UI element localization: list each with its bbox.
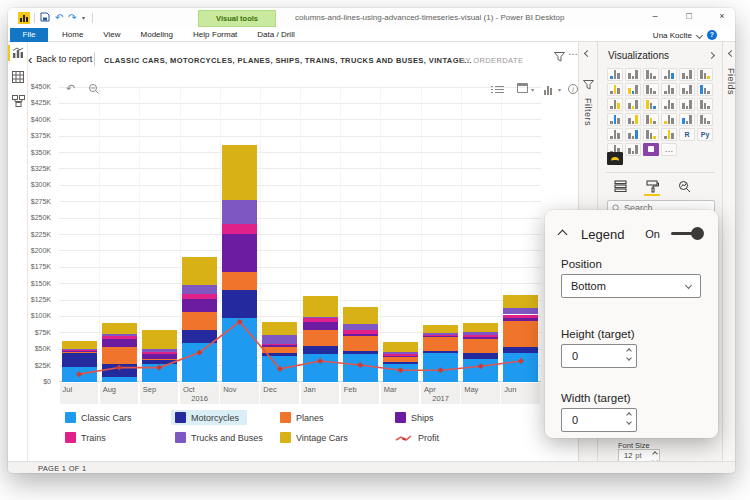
visual-icon-r-script-visual[interactable]: R — [679, 128, 695, 141]
bar-oct-trucks-and-buses[interactable] — [182, 285, 217, 294]
bar-jan-classic-cars[interactable] — [303, 354, 338, 382]
bar-sep-motorcycles[interactable] — [142, 360, 177, 364]
zoom-out-icon[interactable] — [88, 83, 100, 97]
bar-may-trucks-and-buses[interactable] — [463, 332, 498, 335]
bar-feb-classic-cars[interactable] — [343, 354, 378, 382]
user-caret-icon[interactable] — [696, 31, 703, 38]
visual-icon-scatter-chart[interactable] — [643, 98, 659, 111]
bar-jun-classic-cars[interactable] — [503, 353, 538, 383]
legend-item-motorcycles[interactable]: Motorcycles — [171, 410, 247, 425]
visual-icon-more-options[interactable]: … — [661, 143, 677, 156]
bar-aug-vintage-cars[interactable] — [102, 323, 137, 333]
bar-apr-ships[interactable] — [423, 336, 458, 337]
visual-icon-custom-visual[interactable] — [643, 143, 659, 156]
chart-type-caret-icon[interactable]: ▾ — [558, 86, 561, 93]
filter-icon[interactable] — [554, 48, 565, 66]
visual-icon-kpi[interactable] — [607, 128, 623, 141]
bar-oct-motorcycles[interactable] — [182, 330, 217, 343]
bar-nov-classic-cars[interactable] — [222, 318, 257, 382]
bar-may-planes[interactable] — [463, 339, 498, 352]
bar-dec-classic-cars[interactable] — [262, 356, 297, 382]
bar-aug-ships[interactable] — [102, 339, 137, 347]
height-spinner[interactable] — [627, 349, 631, 360]
maximize-button[interactable]: □ — [680, 11, 698, 21]
bar-jul-trucks-and-buses[interactable] — [62, 349, 97, 350]
visual-icon-map[interactable] — [607, 113, 623, 126]
redo-icon[interactable]: ↷ — [68, 11, 76, 24]
bar-jan-motorcycles[interactable] — [303, 346, 338, 355]
visual-icon-line-and-stacked-column-chart[interactable] — [661, 83, 677, 96]
bar-feb-trucks-and-buses[interactable] — [343, 324, 378, 330]
bar-jun-motorcycles[interactable] — [503, 347, 538, 352]
tab-modeling[interactable]: Modeling — [131, 28, 183, 42]
bar-aug-motorcycles[interactable] — [102, 364, 137, 377]
tab-data-drill[interactable]: Data / Drill — [247, 28, 304, 42]
tab-home[interactable]: Home — [52, 28, 93, 42]
bar-jul-trains[interactable] — [62, 350, 97, 351]
visual-icon-line-and-clustered-column-chart[interactable] — [679, 83, 695, 96]
height-target-input[interactable]: 0 — [561, 344, 637, 368]
bar-dec-motorcycles[interactable] — [262, 353, 297, 356]
bar-dec-trains[interactable] — [262, 344, 297, 345]
bar-oct-classic-cars[interactable] — [182, 343, 217, 382]
visual-icon-funnel-chart[interactable] — [625, 98, 641, 111]
bar-jan-vintage-cars[interactable] — [303, 296, 338, 317]
legend-item-trains[interactable]: Trains — [65, 430, 106, 445]
bar-mar-vintage-cars[interactable] — [383, 342, 418, 352]
bar-oct-planes[interactable] — [182, 312, 217, 330]
visual-icon-stacked-bar-chart[interactable] — [607, 68, 623, 81]
bar-jun-vintage-cars[interactable] — [503, 295, 538, 308]
visual-icon-ribbon-chart[interactable] — [697, 83, 713, 96]
calendar-caret-icon[interactable]: ▾ — [531, 86, 534, 93]
legend-item-trucks-and-buses[interactable]: Trucks and Buses — [175, 430, 263, 445]
bar-nov-vintage-cars[interactable] — [222, 145, 257, 200]
help-icon[interactable]: ? — [707, 30, 717, 40]
tab-fields[interactable] — [612, 178, 628, 194]
visual-icon-python-visual[interactable]: Py — [697, 128, 713, 141]
back-to-report-button[interactable]: ‹ Back to report — [28, 54, 92, 64]
tab-file[interactable]: File — [10, 28, 48, 42]
bar-sep-classic-cars[interactable] — [142, 364, 177, 382]
bar-apr-motorcycles[interactable] — [423, 351, 458, 353]
visual-icon-multi-row-card[interactable] — [697, 113, 713, 126]
visual-icon-table[interactable] — [643, 128, 659, 141]
collapse-visualizations-icon[interactable] — [708, 52, 715, 59]
bar-feb-planes[interactable] — [343, 336, 378, 350]
visual-icon-card[interactable] — [679, 113, 695, 126]
fields-pane-collapsed[interactable]: Fields — [722, 42, 735, 461]
bar-jan-planes[interactable] — [303, 330, 338, 346]
bar-sep-ships[interactable] — [142, 354, 177, 359]
bar-jan-ships[interactable] — [303, 322, 338, 330]
tab-format[interactable] — [644, 178, 660, 194]
bar-nov-motorcycles[interactable] — [222, 290, 257, 318]
legend-item-profit[interactable]: Profit — [395, 430, 439, 445]
bar-jan-trains[interactable] — [303, 318, 338, 321]
bar-may-vintage-cars[interactable] — [463, 323, 498, 332]
undo-icon[interactable]: ↶ — [55, 11, 63, 24]
visual-icon-filled-map[interactable] — [625, 113, 641, 126]
bar-apr-vintage-cars[interactable] — [423, 325, 458, 333]
bar-oct-vintage-cars[interactable] — [182, 257, 217, 285]
bar-sep-planes[interactable] — [142, 359, 177, 360]
bar-oct-trains[interactable] — [182, 294, 217, 299]
bar-jul-ships[interactable] — [62, 351, 97, 352]
visual-icon-line-chart[interactable] — [607, 83, 623, 96]
bar-may-ships[interactable] — [463, 337, 498, 339]
rail-report-view[interactable] — [8, 42, 28, 66]
bar-aug-trucks-and-buses[interactable] — [102, 334, 137, 337]
bar-mar-motorcycles[interactable] — [383, 362, 418, 363]
bar-may-classic-cars[interactable] — [463, 359, 498, 382]
collapse-section-icon[interactable] — [558, 230, 568, 240]
bar-jun-trucks-and-buses[interactable] — [503, 308, 538, 315]
bar-apr-trucks-and-buses[interactable] — [423, 333, 458, 335]
visual-icon-donut-chart[interactable] — [679, 98, 695, 111]
bar-nov-ships[interactable] — [222, 234, 257, 272]
bar-mar-trucks-and-buses[interactable] — [383, 352, 418, 354]
visual-icon-100-stacked-bar-chart[interactable] — [679, 68, 695, 81]
bar-feb-ships[interactable] — [343, 334, 378, 337]
close-button[interactable]: × — [713, 11, 731, 21]
minimize-button[interactable]: – — [646, 11, 664, 21]
bar-oct-ships[interactable] — [182, 299, 217, 312]
bar-apr-trains[interactable] — [423, 335, 458, 336]
visual-icon-gauge[interactable] — [661, 113, 677, 126]
